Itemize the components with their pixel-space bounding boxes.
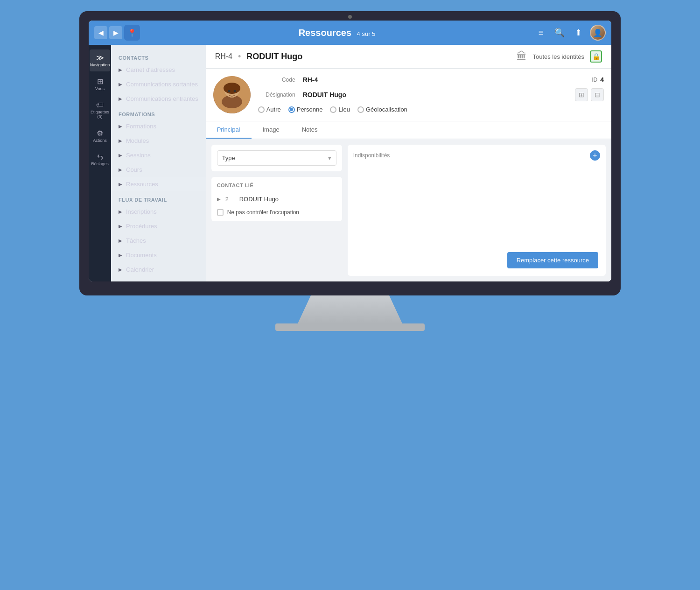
cours-label: Cours bbox=[126, 166, 142, 173]
sidebar-icons: ≫ Navigation ⊞ Vues 🏷 Étiquettes (0) ⚙ A… bbox=[89, 45, 111, 281]
radio-geolocalisation-circle bbox=[357, 106, 364, 113]
resource-title-row: RH-4 • RODUIT Hugo bbox=[215, 52, 303, 62]
sidebar-item-procedures[interactable]: ▶ Procédures bbox=[111, 219, 206, 233]
profile-photo bbox=[213, 76, 251, 113]
procedures-label: Procédures bbox=[126, 223, 157, 230]
sidebar-item-taches[interactable]: ▶ Tâches bbox=[111, 233, 206, 248]
right-col: Indisponibilités + Remplacer cette resso… bbox=[348, 145, 606, 276]
resource-name: RODUIT Hugo bbox=[246, 52, 302, 62]
radio-autre-label: Autre bbox=[266, 106, 281, 113]
tab-principal[interactable]: Principal bbox=[206, 121, 252, 139]
chevron-icon: ▶ bbox=[119, 124, 122, 129]
indispo-label: Indisponibilités bbox=[353, 152, 390, 159]
contact-lie-title: CONTACT LIÉ bbox=[217, 183, 336, 188]
all-identities-text[interactable]: Toutes les identités bbox=[532, 53, 584, 60]
modules-label: Modules bbox=[126, 137, 149, 144]
code-field-label: Code bbox=[258, 77, 295, 83]
title-text: Ressources bbox=[299, 28, 351, 38]
location-button[interactable]: 📍 bbox=[124, 25, 140, 41]
radio-geolocalisation-label: Géolocalisation bbox=[366, 106, 407, 113]
chevron-icon: ▶ bbox=[119, 182, 122, 187]
sidebar-icon-reciages[interactable]: ⇆ Réclages bbox=[90, 148, 110, 170]
occupation-checkbox[interactable] bbox=[217, 209, 224, 216]
back-button[interactable]: ◀ bbox=[94, 26, 107, 39]
radio-autre-circle bbox=[258, 106, 265, 113]
reciages-icon-label: Réclages bbox=[91, 162, 109, 167]
chevron-icon: ▶ bbox=[119, 138, 122, 143]
sidebar-item-carnet[interactable]: ▶ Carnet d'adresses bbox=[111, 63, 206, 77]
type-dropdown[interactable]: Type ▾ bbox=[217, 150, 336, 166]
designation-value: RODUIT Hugo bbox=[303, 91, 346, 98]
sidebar-icon-vues[interactable]: ⊞ Vues bbox=[90, 73, 110, 95]
forward-button[interactable]: ▶ bbox=[109, 26, 122, 39]
documents-label: Documents bbox=[126, 252, 157, 259]
resource-code: RH-4 bbox=[215, 52, 232, 61]
sidebar-item-comm-sortantes[interactable]: ▶ Communications sortantes bbox=[111, 77, 206, 91]
comm-entrantes-label: Communications entrantes bbox=[126, 95, 198, 102]
contact-id: 2 bbox=[225, 196, 235, 203]
inscriptions-label: Inscriptions bbox=[126, 208, 157, 215]
tab-image[interactable]: Image bbox=[252, 121, 291, 139]
add-indispo-button[interactable]: + bbox=[590, 150, 600, 161]
radio-personne-label: Personne bbox=[297, 106, 323, 113]
profile-section: ID 4 Code RH-4 Désignation RODUIT Hugo bbox=[206, 69, 611, 121]
designation-label: Désignation bbox=[258, 91, 295, 98]
profile-top: ID 4 Code RH-4 Désignation RODUIT Hugo bbox=[213, 76, 604, 113]
grid-icon-1[interactable]: ⊞ bbox=[575, 88, 588, 101]
sidebar-item-modules[interactable]: ▶ Modules bbox=[111, 133, 206, 148]
bank-icon: 🏛 bbox=[517, 50, 527, 63]
svg-point-4 bbox=[228, 90, 230, 92]
radio-geolocalisation[interactable]: Géolocalisation bbox=[357, 106, 407, 113]
sidebar-item-sessions[interactable]: ▶ Sessions bbox=[111, 148, 206, 162]
radio-lieu-circle bbox=[330, 106, 336, 113]
contact-chevron-icon[interactable]: ▶ bbox=[217, 197, 221, 202]
chevron-icon: ▶ bbox=[119, 153, 122, 158]
radio-personne[interactable]: Personne bbox=[288, 106, 323, 113]
subtitle-text: 4 sur 5 bbox=[357, 30, 376, 37]
search-icon-button[interactable]: 🔍 bbox=[553, 26, 567, 40]
grid-icon-2[interactable]: ⊟ bbox=[591, 88, 604, 101]
sidebar-item-formations[interactable]: ▶ Formations bbox=[111, 119, 206, 133]
sidebar-item-cours[interactable]: ▶ Cours bbox=[111, 162, 206, 177]
sidebar-item-ressources[interactable]: ▶ Ressources bbox=[111, 177, 206, 191]
radio-autre[interactable]: Autre bbox=[258, 106, 281, 113]
radio-lieu[interactable]: Lieu bbox=[330, 106, 350, 113]
navigation-icon: ≫ bbox=[96, 53, 104, 62]
contacts-section-label: CONTACTS bbox=[111, 49, 206, 63]
sidebar-item-documents[interactable]: ▶ Documents bbox=[111, 248, 206, 262]
chevron-icon: ▶ bbox=[119, 167, 122, 172]
tab-notes[interactable]: Notes bbox=[291, 121, 329, 139]
occupation-checkbox-label: Ne pas contrôler l'occupation bbox=[227, 209, 299, 216]
resource-header-right: 🏛 Toutes les identités 🔒 bbox=[517, 50, 602, 63]
app-title: Ressources 4 sur 5 bbox=[144, 28, 530, 38]
nav-buttons: ◀ ▶ 📍 bbox=[94, 25, 140, 41]
sidebar-item-inscriptions[interactable]: ▶ Inscriptions bbox=[111, 204, 206, 219]
id-field: ID 4 bbox=[592, 76, 604, 84]
sidebar-item-calendrier[interactable]: ▶ Calendrier bbox=[111, 262, 206, 277]
indispo-header: Indisponibilités + bbox=[353, 150, 600, 161]
user-avatar[interactable]: 👤 bbox=[590, 25, 606, 41]
upload-icon-button[interactable]: ⬆ bbox=[571, 26, 585, 40]
resource-header: RH-4 • RODUIT Hugo 🏛 Toutes les identité… bbox=[206, 45, 611, 69]
list-icon-button[interactable]: ≡ bbox=[534, 26, 548, 40]
etiquettes-icon-label: Étiquettes (0) bbox=[91, 110, 109, 119]
top-bar: ◀ ▶ 📍 Ressources 4 sur 5 ≡ 🔍 ⬆ 👤 bbox=[89, 21, 611, 45]
checkbox-row: Ne pas contrôler l'occupation bbox=[217, 209, 336, 216]
contact-name: RODUIT Hugo bbox=[239, 196, 279, 203]
sidebar-icon-navigation[interactable]: ≫ Navigation bbox=[90, 49, 110, 71]
designation-field-row: Désignation RODUIT Hugo ⊞ ⊟ bbox=[258, 88, 604, 101]
replace-resource-button[interactable]: Remplacer cette ressource bbox=[507, 252, 598, 268]
formations-section-label: FORMATIONS bbox=[111, 106, 206, 119]
indispo-content bbox=[353, 164, 600, 258]
dropdown-chevron-icon: ▾ bbox=[328, 155, 331, 162]
top-actions: ≡ 🔍 ⬆ 👤 bbox=[534, 25, 606, 41]
content-area: RH-4 • RODUIT Hugo 🏛 Toutes les identité… bbox=[206, 45, 611, 281]
monitor-base bbox=[275, 323, 425, 331]
sidebar-icon-actions[interactable]: ⚙ Actions bbox=[90, 125, 110, 147]
actions-icon-label: Actions bbox=[93, 139, 107, 143]
sidebar-item-comm-entrantes[interactable]: ▶ Communications entrantes bbox=[111, 91, 206, 106]
sidebar-icon-etiquettes[interactable]: 🏷 Étiquettes (0) bbox=[90, 97, 110, 123]
contact-lie-panel: CONTACT LIÉ ▶ 2 RODUIT Hugo Ne pas contr… bbox=[211, 177, 342, 221]
two-col-area: Type ▾ CONTACT LIÉ ▶ 2 RODUIT Hugo bbox=[206, 139, 611, 281]
radio-personne-circle bbox=[288, 106, 295, 113]
